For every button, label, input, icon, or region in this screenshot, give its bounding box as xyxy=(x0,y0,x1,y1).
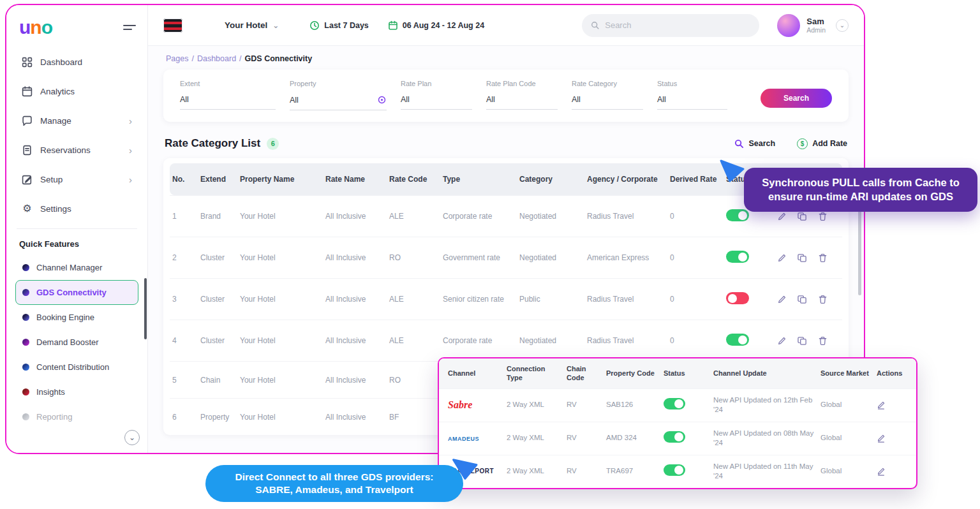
sidebar-item-settings[interactable]: ⚙ Settings xyxy=(15,194,138,223)
breadcrumb-dashboard[interactable]: Dashboard xyxy=(197,54,236,63)
status-toggle[interactable] xyxy=(664,398,685,409)
add-rate-button[interactable]: $ Add Rate xyxy=(797,138,847,149)
global-search[interactable] xyxy=(582,14,759,37)
sidebar-item-reporting[interactable]: Reporting xyxy=(15,404,138,429)
rate-list-header: Rate Category List 6 Search $ Add Rate xyxy=(165,137,847,150)
copy-icon[interactable] xyxy=(798,253,807,263)
global-search-input[interactable] xyxy=(605,20,732,30)
filter-rate-plan-code-select[interactable]: All xyxy=(486,95,558,110)
user-avatar xyxy=(777,14,800,37)
sidebar-item-channel-manager[interactable]: Channel Manager xyxy=(15,255,138,280)
sidebar-item-analytics[interactable]: Analytics xyxy=(15,77,138,106)
filter-bar: Extent All Property All Rate Plan All xyxy=(163,70,849,122)
rate-count-badge: 6 xyxy=(267,138,279,150)
edit-icon[interactable] xyxy=(877,401,886,409)
edit-icon[interactable] xyxy=(777,212,787,221)
user-name: Sam xyxy=(806,17,826,27)
filter-status: Status All xyxy=(657,80,727,110)
sidebar-item-gds-connectivity[interactable]: GDS Connectivity xyxy=(15,280,138,305)
edit-square-icon xyxy=(22,174,33,185)
filter-property-select[interactable]: All xyxy=(290,95,387,110)
main-menu: Dashboard Analytics Manage › Reservation… xyxy=(6,43,147,223)
filter-property: Property All xyxy=(290,80,387,110)
edit-icon[interactable] xyxy=(777,253,787,263)
quick-features-menu: Channel Manager GDS Connectivity Booking… xyxy=(6,255,147,429)
hotel-selector[interactable]: Your Hotel ⌄ xyxy=(225,20,279,30)
table-search-button[interactable]: Search xyxy=(734,139,775,149)
annotation-arrow-icon xyxy=(719,159,746,186)
table-row: 4 Cluster Your Hotel All Inclusive ALE C… xyxy=(170,320,842,361)
status-toggle[interactable] xyxy=(664,431,685,443)
clock-icon xyxy=(309,20,320,31)
table-row: 1 Brand Your Hotel All Inclusive ALE Cor… xyxy=(170,195,842,237)
gds-table-body: Sabre 2 Way XML RV SAB126 New API Update… xyxy=(439,388,916,488)
status-toggle[interactable] xyxy=(726,251,749,263)
user-menu[interactable]: Sam Admin ⌄ xyxy=(777,14,849,37)
chevron-down-icon: ⌄ xyxy=(272,21,279,30)
user-chevron-icon[interactable]: ⌄ xyxy=(836,19,849,32)
breadcrumb-pages[interactable]: Pages xyxy=(166,54,188,63)
delete-icon[interactable] xyxy=(818,295,828,304)
channel-logo: amadeus xyxy=(448,428,507,449)
edit-icon[interactable] xyxy=(777,336,787,346)
sidebar-scroll-down-button[interactable]: ⌄ xyxy=(124,430,140,445)
copy-icon[interactable] xyxy=(798,336,807,346)
filter-status-select[interactable]: All xyxy=(657,95,727,110)
quick-features-title: Quick Features xyxy=(6,234,147,255)
hotel-flag-icon[interactable] xyxy=(163,18,182,33)
filter-rate-category: Rate Category All xyxy=(572,80,643,110)
calendar-icon xyxy=(388,20,398,31)
status-toggle[interactable] xyxy=(726,334,749,346)
gear-icon: ⚙ xyxy=(22,203,33,214)
annotation-blue-callout: Direct Connect to all three GDS provider… xyxy=(205,465,463,502)
sidebar-scrollbar[interactable] xyxy=(144,278,147,339)
menu-hamburger-icon[interactable] xyxy=(123,22,136,33)
status-toggle[interactable] xyxy=(664,464,685,476)
search-icon xyxy=(734,139,744,149)
delete-icon[interactable] xyxy=(818,253,828,263)
sidebar-item-setup[interactable]: Setup › xyxy=(15,165,138,194)
sidebar-item-insights[interactable]: Insights xyxy=(15,380,138,404)
status-toggle[interactable] xyxy=(726,209,749,221)
row-actions xyxy=(775,323,836,359)
content-distribution-icon xyxy=(22,364,29,371)
copy-icon[interactable] xyxy=(798,295,807,304)
row-actions xyxy=(775,281,836,318)
sidebar-item-dashboard[interactable]: Dashboard xyxy=(15,47,138,77)
sidebar-item-reservations[interactable]: Reservations › xyxy=(15,135,138,165)
chat-icon xyxy=(22,115,33,126)
channel-manager-icon xyxy=(22,264,29,271)
filter-rate-category-select[interactable]: All xyxy=(572,95,643,110)
gds-row: Sabre 2 Way XML RV SAB126 New API Update… xyxy=(439,388,916,422)
date-range-selector[interactable]: 06 Aug 24 - 12 Aug 24 xyxy=(388,20,484,31)
dashboard-icon xyxy=(22,57,33,68)
status-toggle[interactable] xyxy=(726,292,749,304)
filter-search-button[interactable]: Search xyxy=(761,89,832,108)
channel-logo: Sabre xyxy=(448,393,507,417)
user-role: Admin xyxy=(806,26,826,34)
edit-icon[interactable] xyxy=(877,467,886,476)
sidebar-item-booking-engine[interactable]: Booking Engine xyxy=(15,305,138,330)
filter-rate-plan-select[interactable]: All xyxy=(401,95,472,110)
filter-rate-plan-code: Rate Plan Code All xyxy=(486,80,558,110)
edit-icon[interactable] xyxy=(777,295,787,304)
sidebar-item-content-distribution[interactable]: Content Distribution xyxy=(15,355,138,380)
document-icon xyxy=(22,145,33,156)
delete-icon[interactable] xyxy=(818,212,828,221)
copy-icon[interactable] xyxy=(798,212,807,221)
time-range-selector[interactable]: Last 7 Days xyxy=(309,20,368,31)
sidebar-item-manage[interactable]: Manage › xyxy=(15,106,138,135)
breadcrumb: Pages/Dashboard/GDS Connectivity xyxy=(148,46,864,68)
gds-row-actions xyxy=(877,395,905,415)
search-icon xyxy=(591,21,600,30)
gds-row: Travelport 2 Way XML RV TRA697 New API U… xyxy=(439,455,916,488)
insights-icon xyxy=(22,388,29,395)
sidebar-item-demand-booster[interactable]: Demand Booster xyxy=(15,330,138,355)
delete-icon[interactable] xyxy=(818,336,828,346)
gds-row-actions xyxy=(877,429,905,448)
table-row: 2 Cluster Your Hotel All Inclusive RO Go… xyxy=(170,237,842,278)
rate-list-title: Rate Category List xyxy=(165,137,260,150)
gds-channels-panel: ChannelConnection TypeChain CodeProperty… xyxy=(438,357,917,489)
filter-extent-select[interactable]: All xyxy=(180,95,276,110)
edit-icon[interactable] xyxy=(877,434,886,443)
